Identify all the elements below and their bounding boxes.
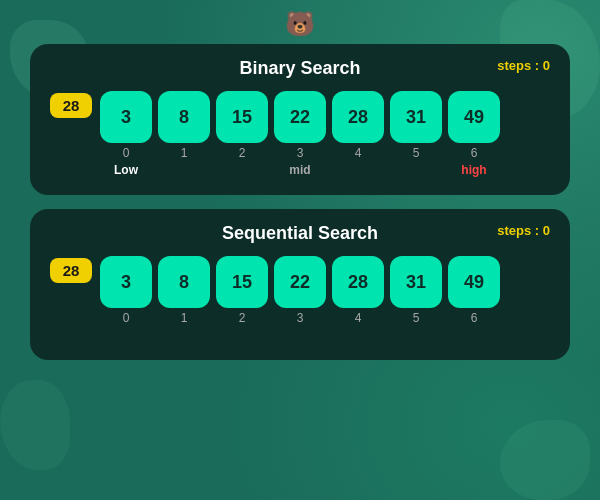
array-cell: 15 [216, 256, 268, 308]
array-cell: 22 [274, 256, 326, 308]
array-cell: 8 [158, 256, 210, 308]
array-cell: 31 [390, 91, 442, 143]
array-cell: 49 [448, 256, 500, 308]
array-cell: 3 [100, 91, 152, 143]
array-cell: 31 [390, 256, 442, 308]
array-item: 496 [448, 256, 500, 342]
array-cell: 15 [216, 91, 268, 143]
array-item: 315 [390, 256, 442, 342]
cell-index: 4 [355, 146, 362, 160]
cell-index: 3 [297, 311, 304, 325]
array-cell: 3 [100, 256, 152, 308]
decoration-blob-br [500, 420, 590, 500]
cell-label: Low [114, 163, 138, 177]
array-item: 315 [390, 91, 442, 177]
cell-index: 4 [355, 311, 362, 325]
sequential-search-target: 28 [50, 258, 92, 283]
cell-index: 5 [413, 146, 420, 160]
cell-index: 1 [181, 146, 188, 160]
cell-index: 6 [471, 311, 478, 325]
array-item: 223 [274, 256, 326, 342]
cell-index: 6 [471, 146, 478, 160]
array-cell: 8 [158, 91, 210, 143]
array-item: 30Low [100, 91, 152, 177]
sequential-search-panel: Sequential Search steps : 0 28 308115222… [30, 209, 570, 360]
binary-search-panel: Binary Search steps : 0 28 30Low81152223… [30, 44, 570, 195]
array-item: 223mid [274, 91, 326, 177]
bear-icon: 🐻 [285, 10, 315, 38]
cell-label: high [461, 163, 486, 177]
array-cell: 28 [332, 256, 384, 308]
cell-index: 5 [413, 311, 420, 325]
array-item: 81 [158, 91, 210, 177]
sequential-search-items: 3081152223284315496 [100, 256, 500, 342]
sequential-search-steps: steps : 0 [497, 223, 550, 238]
array-cell: 28 [332, 91, 384, 143]
array-cell: 22 [274, 91, 326, 143]
array-item: 81 [158, 256, 210, 342]
cell-index: 3 [297, 146, 304, 160]
cell-label: mid [289, 163, 310, 177]
array-item: 284 [332, 91, 384, 177]
sequential-search-title: Sequential Search [50, 223, 550, 244]
binary-search-items: 30Low81152223mid284315496high [100, 91, 500, 177]
array-item: 152 [216, 91, 268, 177]
binary-search-steps: steps : 0 [497, 58, 550, 73]
binary-search-title: Binary Search [50, 58, 550, 79]
cell-index: 0 [123, 311, 130, 325]
array-item: 496high [448, 91, 500, 177]
sequential-search-array: 28 3081152223284315496 [50, 252, 550, 342]
array-cell: 49 [448, 91, 500, 143]
array-item: 284 [332, 256, 384, 342]
binary-search-target: 28 [50, 93, 92, 118]
array-item: 30 [100, 256, 152, 342]
binary-search-array: 28 30Low81152223mid284315496high [50, 87, 550, 177]
cell-index: 2 [239, 146, 246, 160]
cell-index: 2 [239, 311, 246, 325]
array-item: 152 [216, 256, 268, 342]
decoration-blob-bl [0, 380, 70, 470]
cell-index: 0 [123, 146, 130, 160]
cell-index: 1 [181, 311, 188, 325]
